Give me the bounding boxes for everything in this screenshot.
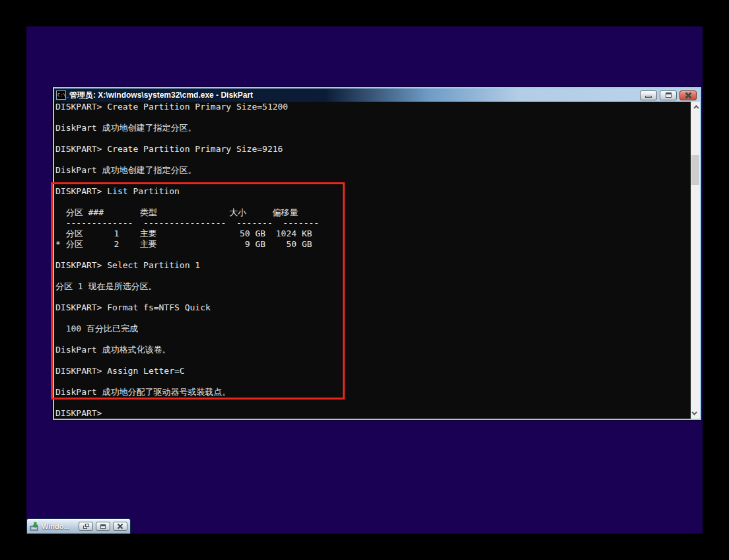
scroll-down-button[interactable] (691, 408, 700, 419)
console-line (54, 155, 700, 165)
chevron-up-icon (693, 105, 699, 110)
console-line (54, 112, 700, 123)
scroll-up-button[interactable] (691, 102, 700, 112)
maximize-icon (100, 524, 106, 529)
window-title: 管理员: X:\windows\system32\cmd.exe - DiskP… (69, 90, 253, 101)
console-line: DiskPart 成功地创建了指定分区。 (54, 165, 700, 176)
scrollbar-thumb[interactable] (691, 155, 699, 185)
console-line: DISKPART> Create Partition Primary Size=… (54, 102, 700, 112)
windows-setup-icon (30, 522, 39, 531)
close-button[interactable] (679, 90, 697, 100)
task-restore-button[interactable] (79, 522, 93, 531)
titlebar[interactable]: C:\_ 管理员: X:\windows\system32\cmd.exe - … (54, 88, 700, 102)
console-line: DiskPart 成功地创建了指定分区。 (54, 123, 700, 133)
annotation-red-box (51, 182, 345, 400)
close-icon (685, 92, 692, 98)
console-line: DISKPART> Create Partition Primary Size=… (54, 144, 700, 155)
minimize-icon (645, 96, 652, 98)
vertical-scrollbar[interactable] (691, 102, 700, 419)
cmd-icon: C:\_ (56, 90, 66, 100)
restore-icon (83, 524, 89, 529)
close-icon (118, 524, 123, 529)
maximize-icon (666, 92, 672, 98)
screenshot-stage: C:\_ 管理员: X:\windows\system32\cmd.exe - … (0, 0, 729, 560)
chevron-down-icon (691, 409, 697, 415)
task-close-button[interactable] (113, 522, 127, 531)
maximize-button[interactable] (660, 90, 677, 100)
console-line (54, 133, 700, 144)
taskbar-window-label: Windo... (42, 522, 76, 530)
minimize-button[interactable] (640, 90, 657, 100)
winpe-desktop: C:\_ 管理员: X:\windows\system32\cmd.exe - … (26, 26, 703, 534)
task-maximize-button[interactable] (96, 522, 110, 531)
window-controls (640, 90, 698, 100)
console-prompt-line: DISKPART> (54, 408, 700, 419)
minimized-window-windows-setup[interactable]: Windo... (26, 518, 131, 534)
